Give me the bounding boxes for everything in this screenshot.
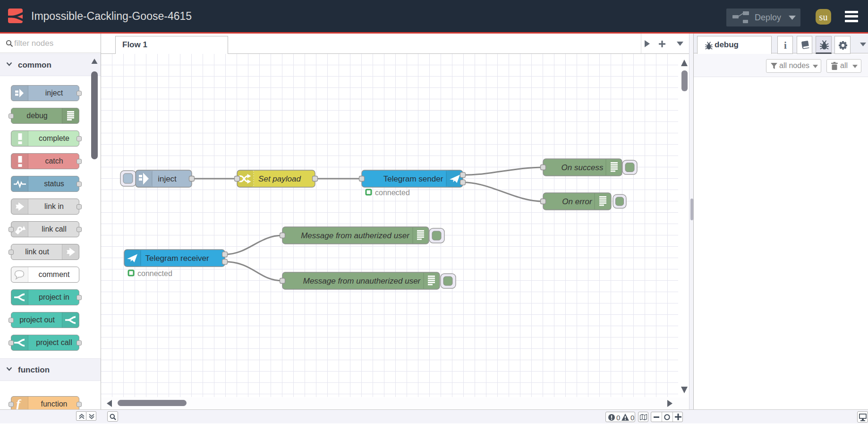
svg-text:connected: connected	[375, 189, 410, 197]
svg-text:Set payload: Set payload	[258, 174, 301, 183]
svg-text:connected: connected	[137, 269, 172, 277]
svg-text:Message from autherized user: Message from autherized user	[301, 231, 410, 240]
svg-text:Telegram receiver: Telegram receiver	[145, 254, 209, 263]
svg-text:Telegram sender: Telegram sender	[383, 174, 443, 183]
svg-text:inject: inject	[158, 174, 177, 183]
svg-text:On error: On error	[562, 197, 593, 206]
svg-text:On success: On success	[562, 163, 604, 172]
svg-text:Message from unautherized user: Message from unautherized user	[303, 277, 421, 286]
